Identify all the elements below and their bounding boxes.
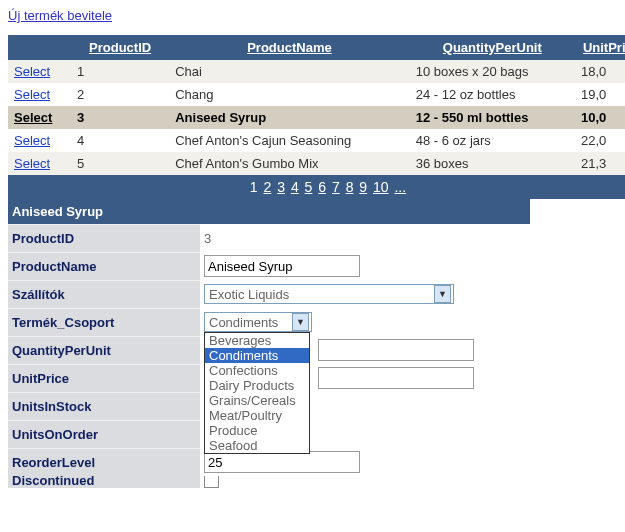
grid-header-select <box>8 35 71 60</box>
pager-link[interactable]: 9 <box>359 179 367 195</box>
table-row-selected: Select 3 Aniseed Syrup 12 - 550 ml bottl… <box>8 106 625 129</box>
select-link[interactable]: Select <box>14 110 52 125</box>
select-link[interactable]: Select <box>14 87 50 102</box>
pager-link[interactable]: 6 <box>318 179 326 195</box>
label-discontinued: Discontinued <box>8 476 200 488</box>
reorder-input[interactable] <box>204 451 360 473</box>
label-supplier: Szállítók <box>8 280 200 308</box>
cell-price: 22,0 <box>575 129 625 152</box>
supplier-select-value: Exotic Liquids <box>209 287 289 302</box>
supplier-select[interactable]: Exotic Liquids ▼ <box>204 284 454 304</box>
cell-qpu: 10 boxes x 20 bags <box>410 60 575 83</box>
category-option[interactable]: Seafood <box>205 438 309 453</box>
cell-productname: Chang <box>169 83 409 106</box>
chevron-down-icon: ▼ <box>292 313 309 331</box>
cell-qpu: 24 - 12 oz bottles <box>410 83 575 106</box>
label-unitsonorder: UnitsOnOrder <box>8 420 200 448</box>
productname-input[interactable] <box>204 255 360 277</box>
label-qpu: QuantityPerUnit <box>8 336 200 364</box>
category-option[interactable]: Beverages <box>205 333 309 348</box>
pager-link[interactable]: 8 <box>346 179 354 195</box>
cell-qpu: 36 boxes <box>410 152 575 175</box>
label-productname: ProductName <box>8 252 200 280</box>
pager-link[interactable]: ... <box>394 179 406 195</box>
pager: 1 2 3 4 5 6 7 8 9 10 ... <box>8 175 625 199</box>
discontinued-checkbox[interactable] <box>204 476 219 488</box>
category-option[interactable]: Dairy Products <box>205 378 309 393</box>
grid-header-unitprice[interactable]: UnitPrice <box>583 40 625 55</box>
cell-price: 21,3 <box>575 152 625 175</box>
pager-link[interactable]: 7 <box>332 179 340 195</box>
label-category: Termék_Csoport <box>8 308 200 336</box>
cell-price: 19,0 <box>575 83 625 106</box>
cell-productid: 4 <box>71 129 169 152</box>
cell-productid: 2 <box>71 83 169 106</box>
value-productid: 3 <box>200 228 530 249</box>
cell-productname: Chef Anton's Gumbo Mix <box>169 152 409 175</box>
category-select[interactable]: Condiments ▼ <box>204 312 312 332</box>
category-option[interactable]: Meat/Poultry <box>205 408 309 423</box>
cell-productid: 1 <box>71 60 169 83</box>
category-option[interactable]: Confections <box>205 363 309 378</box>
grid-header-productname[interactable]: ProductName <box>247 40 332 55</box>
cell-productname: Chai <box>169 60 409 83</box>
label-productid: ProductID <box>8 224 200 252</box>
chevron-down-icon: ▼ <box>434 285 451 303</box>
grid-header-qpu[interactable]: QuantityPerUnit <box>443 40 542 55</box>
unitprice-input[interactable] <box>318 367 474 389</box>
label-reorder: ReorderLevel <box>8 448 200 476</box>
cell-price: 18,0 <box>575 60 625 83</box>
table-row: Select 2 Chang 24 - 12 oz bottles 19,0 <box>8 83 625 106</box>
cell-productid: 5 <box>71 152 169 175</box>
label-unitprice: UnitPrice <box>8 364 200 392</box>
category-dropdown-list[interactable]: Beverages Condiments Confections Dairy P… <box>204 332 310 454</box>
cell-productname: Aniseed Syrup <box>169 106 409 129</box>
category-option-selected[interactable]: Condiments <box>205 348 309 363</box>
pager-link[interactable]: 4 <box>291 179 299 195</box>
details-title: Aniseed Syrup <box>8 199 530 224</box>
table-row: Select 4 Chef Anton's Cajun Seasoning 48… <box>8 129 625 152</box>
pager-link[interactable]: 3 <box>277 179 285 195</box>
category-option[interactable]: Grains/Cereals <box>205 393 309 408</box>
category-option[interactable]: Produce <box>205 423 309 438</box>
select-link[interactable]: Select <box>14 156 50 171</box>
grid-header-productid[interactable]: ProductID <box>89 40 151 55</box>
table-row: Select 1 Chai 10 boxes x 20 bags 18,0 <box>8 60 625 83</box>
cell-qpu: 12 - 550 ml bottles <box>410 106 575 129</box>
qpu-input[interactable] <box>318 339 474 361</box>
pager-link[interactable]: 10 <box>373 179 389 195</box>
select-link[interactable]: Select <box>14 64 50 79</box>
select-link[interactable]: Select <box>14 133 50 148</box>
pager-link[interactable]: 5 <box>305 179 313 195</box>
cell-qpu: 48 - 6 oz jars <box>410 129 575 152</box>
details-view: Aniseed Syrup ProductID 3 ProductName Sz… <box>8 199 530 488</box>
cell-productname: Chef Anton's Cajun Seasoning <box>169 129 409 152</box>
table-row: Select 5 Chef Anton's Gumbo Mix 36 boxes… <box>8 152 625 175</box>
products-grid: ProductID ProductName QuantityPerUnit Un… <box>8 35 625 199</box>
category-select-value: Condiments <box>209 315 278 330</box>
pager-current: 1 <box>250 179 258 195</box>
cell-price: 10,0 <box>575 106 625 129</box>
pager-link[interactable]: 2 <box>264 179 272 195</box>
cell-productid: 3 <box>71 106 169 129</box>
grid-header-row: ProductID ProductName QuantityPerUnit Un… <box>8 35 625 60</box>
add-product-link[interactable]: Új termék bevitele <box>8 8 112 23</box>
label-unitsinstock: UnitsInStock <box>8 392 200 420</box>
